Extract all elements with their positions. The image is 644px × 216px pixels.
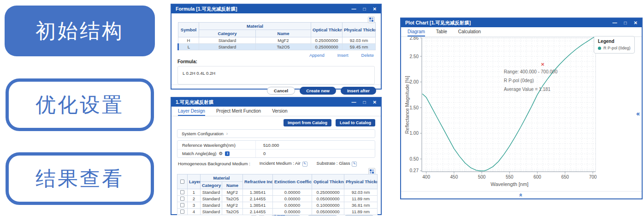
minimize-icon[interactable]: — [352, 7, 356, 12]
row-checkbox[interactable] [180, 203, 184, 207]
append-link[interactable]: Append [309, 53, 325, 58]
match-angle-value[interactable]: 0 [256, 151, 266, 156]
tab-project-merit-function[interactable]: Project Merit Function [216, 107, 261, 116]
cell-checkbox [177, 202, 188, 208]
formula-input[interactable]: L 0.2H 0.4L 0.2H [177, 66, 375, 84]
x-tick-label: 700 [589, 174, 597, 180]
plot-window-title: Plot Chart [1.可见光减反射膜] [405, 20, 471, 26]
cell-category: Standard [201, 208, 222, 215]
tab-layer-design[interactable]: Layer Design [178, 107, 205, 116]
annotation-marker-icon[interactable]: ✕ [541, 62, 544, 67]
edit-substrate-icon[interactable]: ✎ [352, 162, 357, 167]
cell-category: Standard [201, 189, 222, 195]
cell-optical: 0.25000000 [311, 37, 343, 44]
reflectance-chart: 4004505005506006507002.862.502.001.501.0… [404, 37, 612, 191]
annotation-average: Average Value = 1.181 [504, 85, 557, 94]
workflow-step-initial-structure[interactable]: 初始结构 [5, 6, 155, 56]
layer-table: Layer Material Refractive Index Extincti… [177, 174, 378, 215]
legend-entry[interactable]: R P-pol (0deg) [598, 46, 631, 50]
cell-physical: 59.45 nm [343, 44, 376, 50]
maximize-icon[interactable]: □ [363, 7, 366, 12]
field-label-text: Match Angle(deg) [182, 151, 216, 156]
maximize-icon[interactable]: □ [624, 21, 627, 25]
tab-table[interactable]: Table [436, 27, 447, 36]
delete-link[interactable]: Delete [361, 53, 374, 58]
tab-version[interactable]: Version [272, 107, 287, 116]
row-checkbox[interactable] [180, 210, 184, 214]
workflow-step-result-view[interactable]: 结果查看 [6, 152, 154, 205]
cell-name: Ta2O5 [222, 208, 243, 215]
table-row[interactable]: LStandardTa2O50.2500000059.45 nm [178, 44, 376, 50]
import-from-catalog-button[interactable]: Import from Catalog [284, 119, 331, 126]
col-header-select-all [177, 174, 188, 189]
workflow-step-label: 初始结构 [35, 18, 124, 45]
insert-after-button[interactable]: Insert after [341, 87, 376, 95]
formula-window-title: Formula [1.可见光减反射膜] [176, 6, 237, 12]
minimize-icon[interactable]: — [613, 21, 617, 25]
table-row[interactable]: 3StandardMgF21.385410.000000.1000000036.… [177, 202, 378, 208]
cell-pt: 92.03 nm [344, 189, 378, 195]
screenshot-canvas: 初始结构 优化设置 结果查看 Formula [1.可见光减反射膜] — □ ✕ [0, 0, 644, 216]
edit-incident-medium-icon[interactable]: ✎ [302, 162, 307, 167]
cell-layer: 2 [188, 195, 201, 202]
row-checkbox[interactable] [180, 190, 184, 194]
plot-chart-window: Plot Chart [1.可见光减反射膜] — □ ✕ Diagram Tab… [400, 18, 643, 199]
table-row[interactable]: 2StandardTa2O52.144550.000000.0500000011… [177, 195, 378, 202]
col-header-optical-thickness: Optical Thickness [311, 23, 343, 37]
annotation-series: R P-pol (0deg) [504, 76, 557, 85]
insert-link[interactable]: Insert [337, 53, 349, 58]
y-tick-label: 1.00 [410, 131, 419, 136]
collapse-panel-right-icon[interactable]: « [636, 110, 640, 117]
y-tick-label: 0.50 [410, 156, 419, 162]
table-row[interactable]: HStandardMgF20.2500000092.03 nm [178, 37, 376, 44]
legend-entry-label: R P-pol (0deg) [603, 46, 631, 50]
layer-window-titlebar[interactable]: 1.可见光减反射膜 — □ ✕ [171, 98, 381, 107]
workflow-step-optimization-settings[interactable]: 优化设置 [6, 78, 154, 131]
minimize-icon[interactable]: — [352, 100, 356, 105]
load-to-catalog-button[interactable]: Load to Catalog [336, 119, 375, 126]
plot-window-titlebar[interactable]: Plot Chart [1.可见光减反射膜] — □ ✕ [401, 18, 642, 27]
chart-area: 4004505005506006507002.862.502.001.501.0… [401, 37, 642, 191]
layer-design-window: 1.可见光减反射膜 — □ ✕ Layer Design Project Mer… [171, 97, 382, 215]
column-settings-icon[interactable] [368, 17, 375, 23]
cell-checkbox [177, 208, 188, 215]
maximize-icon[interactable]: □ [363, 100, 366, 105]
cancel-button[interactable]: Cancel [267, 87, 295, 95]
x-tick-label: 650 [561, 174, 569, 180]
gear-icon[interactable]: ⚙ [219, 151, 223, 156]
col-header-category: Category [201, 181, 222, 189]
create-new-button[interactable]: Create new [300, 87, 336, 95]
x-tick-label: 550 [506, 174, 514, 180]
tab-diagram[interactable]: Diagram [408, 27, 425, 36]
cell-layer: 1 [188, 189, 201, 195]
cell-pt: 36.81 nm [344, 202, 378, 208]
collapse-panel-up-icon[interactable]: « [518, 193, 525, 197]
cell-name: MgF2 [222, 202, 243, 208]
cell-symbol: H [178, 37, 199, 44]
col-header-extinction-coefficient: Extinction Coefficient [273, 174, 312, 189]
reference-wavelength-value[interactable]: 510.000 [256, 143, 279, 148]
col-header-material: Material [199, 23, 311, 30]
table-row[interactable]: 1StandardMgF21.385410.000000.2500000092.… [177, 189, 378, 195]
cell-ec: 0.00000 [273, 189, 312, 195]
reference-wavelength-label: Reference Wavelength(nm) [177, 141, 256, 149]
col-header-physical-thickness: Physical Thickness [343, 23, 376, 37]
cell-ot: 0.25000000 [312, 189, 344, 195]
row-checkbox[interactable] [180, 197, 184, 201]
substrate-text: Substrate : Glass [317, 161, 350, 166]
formula-window-titlebar[interactable]: Formula [1.可见光减反射膜] — □ ✕ [171, 5, 381, 13]
cell-layer: 4 [188, 208, 201, 215]
chart-annotation: Range: 400.000 - 700.000 R P-pol (0deg) … [504, 67, 557, 94]
y-tick-label: 2.50 [410, 54, 419, 59]
formula-table: Symbol Material Optical Thickness Physic… [177, 22, 376, 50]
formula-label: Formula: [177, 59, 375, 64]
close-icon[interactable]: ✕ [373, 7, 377, 12]
close-icon[interactable]: ✕ [373, 100, 377, 105]
tab-calculation[interactable]: Calculation [458, 27, 481, 36]
cell-layer: 3 [188, 202, 201, 208]
info-icon[interactable]: i [225, 151, 230, 156]
select-all-checkbox[interactable] [180, 180, 184, 184]
close-icon[interactable]: ✕ [634, 21, 638, 25]
cell-ec: 0.00000 [273, 195, 312, 202]
system-configuration-section[interactable]: System Configuration › [177, 129, 375, 138]
